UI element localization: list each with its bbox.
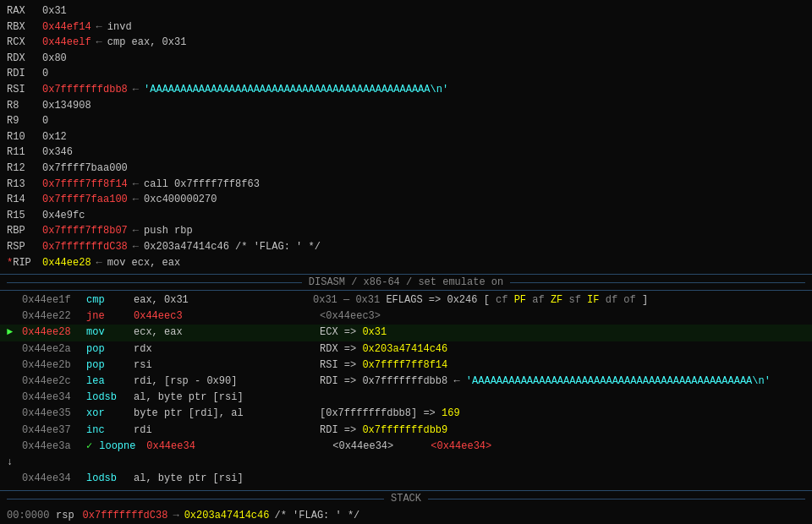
stack-panel: 00:0000rsp0x7fffffffdC38 → 0x203a47414c4…	[0, 506, 812, 524]
disasm-line: 0x44ee34lodsbal, byte ptr [rsi]	[0, 390, 812, 406]
stack-header-label: STACK	[391, 493, 421, 505]
register-line: R120x7ffff7baa000	[7, 161, 805, 177]
register-line: RBP0x7ffff7ff8b07 ← push rbp	[7, 223, 805, 239]
register-line: R100x12	[7, 129, 805, 145]
register-line: RDX0x80	[7, 51, 805, 67]
disasm-line: 0x44ee3a✓loopne0x44ee34<0x44ee34><0x44ee…	[0, 439, 812, 455]
register-line: *RIP0x44ee28 ← mov ecx, eax	[7, 255, 805, 271]
disasm-line: ↓	[0, 455, 812, 471]
register-line: RAX0x31	[7, 3, 805, 19]
register-line: RCX0x44eelf ← cmp eax, 0x31	[7, 35, 805, 51]
disasm-line: 0x44ee37incrdiRDI => 0x7fffffffdbb9	[0, 423, 812, 439]
disasm-line: 0x44ee2bpoprsiRSI => 0x7ffff7ff8f14	[0, 358, 812, 374]
register-line: R80x134908	[7, 98, 805, 114]
register-line: RBX0x44ef14 ← invd	[7, 19, 805, 35]
registers-panel: RAX0x31RBX0x44ef14 ← invdRCX0x44eelf ← c…	[0, 0, 812, 274]
disasm-line: 0x44ee2cleardi, [rsp - 0x90]RDI => 0x7ff…	[0, 374, 812, 390]
register-line: RSP0x7fffffffdC38 ← 0x203a47414c46 /* 'F…	[7, 239, 805, 255]
register-line: R130x7ffff7ff8f14 ← call 0x7ffff7ff8f63	[7, 177, 805, 193]
disasm-line: 0x44ee35xorbyte ptr [rdi], al[0x7fffffff…	[0, 406, 812, 422]
register-line: R150x4e9fc	[7, 208, 805, 224]
register-line: R110x346	[7, 145, 805, 161]
disasm-line: 0x44ee2apoprdxRDX => 0x203a47414c46	[0, 341, 812, 358]
disasm-panel: 0x44ee1fcmpeax, 0x310x31 — 0x31 EFLAGS =…	[0, 291, 812, 489]
disasm-line: 0x44ee1fcmpeax, 0x310x31 — 0x31 EFLAGS =…	[0, 292, 812, 308]
disasm-line: 0x44ee22jne0x44eec3<0x44eec3>	[0, 308, 812, 325]
register-line: R140x7ffff7faa100 ← 0xc400000270	[7, 192, 805, 208]
stack-line: 00:0000rsp0x7fffffffdC38 → 0x203a47414c4…	[0, 508, 812, 524]
register-line: RSI0x7fffffffdbb8 ← 'AAAAAAAAAAAAAAAAAAA…	[7, 82, 805, 98]
disasm-header-bar: DISASM / x86-64 / set emulate on	[0, 274, 812, 291]
disasm-line: 0x44ee34lodsbal, byte ptr [rsi]	[0, 471, 812, 487]
disasm-header-label: DISASM / x86-64 / set emulate on	[309, 276, 503, 288]
register-line: RDI0	[7, 66, 805, 82]
disasm-line: ►0x44ee28movecx, eaxECX => 0x31	[0, 325, 812, 341]
stack-header-bar: STACK	[0, 490, 812, 506]
register-line: R90	[7, 113, 805, 129]
